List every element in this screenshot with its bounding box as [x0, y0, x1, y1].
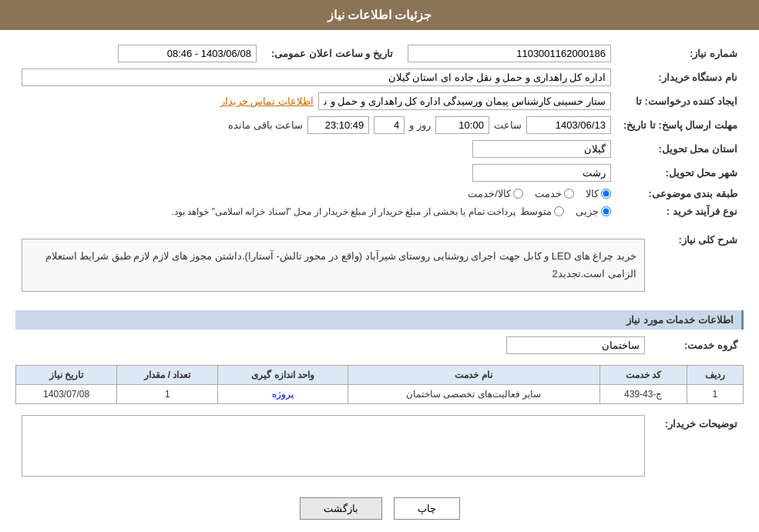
- description-label-text: شرح کلی نیاز:: [678, 234, 737, 246]
- category-cell: کالا خدمت کالا/خدمت: [15, 185, 617, 202]
- bottom-buttons: چاپ بازگشت: [15, 497, 744, 532]
- announce-date-value-cell: [15, 42, 263, 65]
- buyer-desc-textarea[interactable]: [22, 415, 645, 477]
- city-input[interactable]: [472, 164, 611, 182]
- creator-input[interactable]: [318, 92, 611, 110]
- back-button[interactable]: بازگشت: [300, 497, 382, 520]
- cell-service-name: سایر فعالیت‌های تخصصی ساختمان: [348, 384, 599, 403]
- need-number-input[interactable]: [408, 45, 611, 62]
- cell-quantity: 1: [117, 384, 218, 403]
- category-radio-kala-label[interactable]: کالا: [586, 188, 611, 199]
- category-radio-both-label[interactable]: کالا/خدمت: [468, 188, 523, 199]
- description-table: شرح کلی نیاز: خرید چراغ های LED و کابل ج…: [15, 228, 744, 303]
- row-process: نوع فرآیند خرید : جزیی متوسط: [15, 202, 744, 220]
- city-label: شهر محل تحویل:: [617, 161, 744, 185]
- description-box: خرید چراغ های LED و کابل جهت اجرای روشنا…: [22, 239, 645, 292]
- row-province: استان محل تحویل:: [15, 137, 744, 161]
- page-wrapper: جزئیات اطلاعات نیاز شماره نیاز: تاریخ و …: [0, 0, 759, 532]
- service-group-table: گروه خدمت:: [15, 333, 744, 357]
- category-radio-kala[interactable]: [601, 189, 611, 199]
- deadline-remaining-label: ساعت باقی مانده: [228, 119, 303, 131]
- cell-unit[interactable]: پروژه: [218, 384, 348, 403]
- buyer-name-cell: [15, 65, 617, 89]
- deadline-time-input[interactable]: [435, 116, 489, 134]
- row-description: شرح کلی نیاز: خرید چراغ های LED و کابل ج…: [15, 228, 744, 303]
- info-table: شماره نیاز: تاریخ و ساعت اعلان عمومی: نا…: [15, 42, 744, 220]
- print-button[interactable]: چاپ: [394, 497, 460, 520]
- services-table-body: 1 ج-43-439 سایر فعالیت‌های تخصصی ساختمان…: [16, 384, 744, 403]
- deadline-days-input[interactable]: [374, 116, 405, 134]
- description-label: شرح کلی نیاز:: [651, 228, 744, 303]
- buyer-desc-label: توضیحات خریدار:: [651, 412, 744, 482]
- cell-date: 1403/07/08: [16, 384, 117, 403]
- process-radio-jozi[interactable]: [601, 206, 611, 216]
- row-buyer-name: نام دستگاه خریدار:: [15, 65, 744, 89]
- province-cell: [15, 137, 617, 161]
- process-jozi-text: جزیی: [576, 206, 599, 217]
- content-area: شماره نیاز: تاریخ و ساعت اعلان عمومی: نا…: [0, 30, 759, 532]
- cell-service-code: ج-43-439: [599, 384, 687, 403]
- category-khadamat-text: خدمت: [535, 188, 562, 199]
- page-title: جزئیات اطلاعات نیاز: [327, 8, 432, 22]
- cell-row-num: 1: [687, 384, 743, 403]
- col-unit: واحد اندازه گیری: [218, 365, 348, 384]
- city-cell: [15, 161, 617, 185]
- col-date: تاریخ نیاز: [16, 365, 117, 384]
- buyer-desc-table: توضیحات خریدار:: [15, 412, 744, 482]
- table-row: 1 ج-43-439 سایر فعالیت‌های تخصصی ساختمان…: [16, 384, 744, 403]
- row-buyer-desc: توضیحات خریدار:: [15, 412, 744, 482]
- process-note: پرداخت تمام یا بخشی از مبلغ خریدار از مب…: [172, 206, 516, 217]
- col-quantity: تعداد / مقدار: [117, 365, 218, 384]
- description-cell: خرید چراغ های LED و کابل جهت اجرای روشنا…: [15, 228, 651, 303]
- category-radio-khadamat[interactable]: [564, 189, 574, 199]
- category-both-text: کالا/خدمت: [468, 188, 511, 199]
- category-kala-text: کالا: [586, 188, 599, 199]
- deadline-label: مهلت ارسال پاسخ: تا تاریخ:: [617, 113, 744, 137]
- row-deadline: مهلت ارسال پاسخ: تا تاریخ: ساعت روز و سا…: [15, 113, 744, 137]
- creator-contact-link[interactable]: اطلاعات تماس خریدار: [220, 95, 314, 107]
- col-service-code: کد خدمت: [599, 365, 687, 384]
- deadline-time-label: ساعت: [494, 119, 522, 131]
- row-need-number: شماره نیاز: تاریخ و ساعت اعلان عمومی:: [15, 42, 744, 65]
- deadline-cell: ساعت روز و ساعت باقی مانده: [15, 113, 617, 137]
- services-table: ردیف کد خدمت نام خدمت واحد اندازه گیری ت…: [15, 365, 744, 404]
- process-label: نوع فرآیند خرید :: [617, 202, 744, 220]
- buyer-desc-cell: [15, 412, 651, 482]
- services-table-header-row: ردیف کد خدمت نام خدمت واحد اندازه گیری ت…: [16, 365, 744, 384]
- announce-date-input[interactable]: [118, 45, 257, 62]
- process-radio-motevaset[interactable]: [554, 206, 564, 216]
- creator-cell: اطلاعات تماس خریدار: [15, 89, 617, 113]
- row-city: شهر محل تحویل:: [15, 161, 744, 185]
- buyer-name-label: نام دستگاه خریدار:: [617, 65, 744, 89]
- row-service-group: گروه خدمت:: [15, 333, 744, 357]
- need-number-label: شماره نیاز:: [617, 42, 744, 65]
- category-radio-both[interactable]: [513, 189, 523, 199]
- deadline-days-label: روز و: [409, 119, 431, 131]
- buyer-name-input[interactable]: [22, 69, 611, 86]
- process-radio-jozi-label[interactable]: جزیی: [576, 206, 611, 217]
- services-table-head: ردیف کد خدمت نام خدمت واحد اندازه گیری ت…: [16, 365, 744, 384]
- description-text: خرید چراغ های LED و کابل جهت اجرای روشنا…: [45, 250, 636, 279]
- province-input[interactable]: [472, 140, 611, 158]
- service-group-input[interactable]: [506, 336, 645, 354]
- process-motevaset-text: متوسط: [520, 206, 552, 217]
- row-creator: ایجاد کننده درخواست: تا اطلاعات تماس خری…: [15, 89, 744, 113]
- process-radio-motevaset-label[interactable]: متوسط: [520, 206, 564, 217]
- creator-label: ایجاد کننده درخواست: تا: [617, 89, 744, 113]
- service-group-label: گروه خدمت:: [651, 333, 744, 357]
- col-row-num: ردیف: [687, 365, 743, 384]
- need-number-value-cell: [401, 42, 617, 65]
- deadline-remaining-input[interactable]: [307, 116, 369, 134]
- category-radio-khadamat-label[interactable]: خدمت: [535, 188, 574, 199]
- service-group-cell: [15, 333, 651, 357]
- page-header: جزئیات اطلاعات نیاز: [0, 0, 759, 30]
- announce-date-label: تاریخ و ساعت اعلان عمومی:: [263, 42, 401, 65]
- province-label: استان محل تحویل:: [617, 137, 744, 161]
- col-service-name: نام خدمت: [348, 365, 599, 384]
- services-section-header: اطلاعات خدمات مورد نیاز: [15, 310, 744, 330]
- buyer-desc-label-text: توضیحات خریدار:: [665, 418, 737, 430]
- category-label: طبقه بندی موضوعی:: [617, 185, 744, 202]
- deadline-date-input[interactable]: [526, 116, 611, 134]
- process-cell: جزیی متوسط پرداخت تمام یا بخشی از مبلغ خ…: [15, 202, 617, 220]
- row-category: طبقه بندی موضوعی: کالا خدمت: [15, 185, 744, 202]
